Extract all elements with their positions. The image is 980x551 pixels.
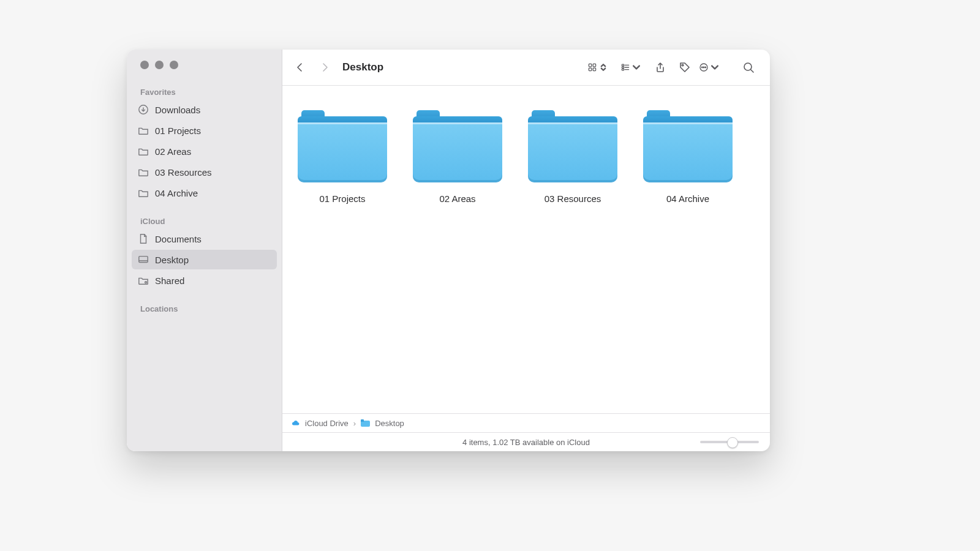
item-label: 02 Areas [439,193,475,204]
item-label: 04 Archive [666,193,709,204]
folder-item[interactable]: 04 Archive [641,110,734,204]
shared-folder-icon [138,275,149,286]
svg-point-2 [145,282,147,283]
path-separator: › [353,419,356,428]
svg-point-10 [682,64,684,66]
folder-icon [361,419,370,427]
status-bar: 4 items, 1.02 TB available on iCloud [282,432,770,451]
folder-item[interactable]: 01 Projects [296,110,389,204]
svg-point-14 [705,67,706,68]
icon-size-slider[interactable] [700,441,759,443]
sidebar-item-resources[interactable]: 03 Resources [132,162,277,182]
share-icon [654,61,666,73]
svg-point-12 [701,67,703,68]
status-text: 4 items, 1.02 TB available on iCloud [462,438,590,447]
sidebar-item-shared[interactable]: Shared [132,271,277,290]
sidebar-item-label: 04 Archive [155,188,198,198]
sidebar-item-label: 02 Areas [155,146,191,157]
location-title: Desktop [342,61,383,73]
sidebar-section-favorites: Favorites [127,83,282,99]
folder-icon [138,146,149,157]
folder-item[interactable]: 02 Areas [411,110,504,204]
zoom-window-button[interactable] [170,61,178,69]
sidebar-item-label: Shared [155,276,184,286]
view-mode-button[interactable] [587,57,608,78]
tags-button[interactable] [674,57,695,78]
folder-icon [138,167,149,178]
svg-rect-6 [593,68,595,70]
sidebar-item-label: 03 Resources [155,167,212,178]
chevron-down-icon [631,61,641,73]
svg-point-13 [703,67,704,68]
sidebar: Favorites Downloads 01 Projects 02 Areas… [127,50,282,451]
main-area: Desktop 01 Projects [282,50,770,451]
svg-rect-9 [622,69,624,70]
finder-window: Favorites Downloads 01 Projects 02 Areas… [127,50,770,451]
toolbar: Desktop [282,50,770,86]
folder-icon [643,110,733,182]
sidebar-item-documents[interactable]: Documents [132,229,277,249]
search-button[interactable] [738,57,759,78]
window-controls [127,61,282,83]
grid-icon [587,61,597,73]
item-label: 03 Resources [545,193,601,204]
search-icon [742,61,755,73]
folder-icon [138,125,149,136]
path-bar: iCloud Drive › Desktop [282,413,770,432]
svg-point-15 [744,63,752,70]
folder-icon [528,110,617,182]
sidebar-item-archive[interactable]: 04 Archive [132,183,277,203]
svg-rect-5 [589,68,591,70]
updown-icon [598,61,608,73]
path-segment[interactable]: iCloud Drive [305,419,349,428]
sidebar-item-label: Downloads [155,105,200,115]
minimize-window-button[interactable] [155,61,164,69]
icloud-icon [291,419,300,428]
slider-knob[interactable] [727,437,738,448]
sidebar-item-downloads[interactable]: Downloads [132,100,277,119]
more-actions-button[interactable] [699,57,720,78]
group-icon [620,61,630,73]
svg-rect-7 [622,64,624,66]
folder-item[interactable]: 03 Resources [526,110,619,204]
close-window-button[interactable] [140,61,149,69]
sidebar-item-label: Desktop [155,255,189,265]
sidebar-item-projects[interactable]: 01 Projects [132,121,277,140]
svg-rect-1 [139,257,148,263]
sidebar-item-areas[interactable]: 02 Areas [132,141,277,161]
path-segment[interactable]: Desktop [375,419,404,428]
more-icon [699,61,709,73]
document-icon [138,233,149,244]
folder-icon [138,187,149,198]
sidebar-item-desktop[interactable]: Desktop [132,250,277,269]
sidebar-section-locations: Locations [127,299,282,316]
sidebar-section-icloud: iCloud [127,212,282,228]
folder-icon [298,110,387,182]
folder-icon [413,110,502,182]
chevron-down-icon [710,61,720,73]
desktop-icon [138,254,149,265]
download-icon [138,104,149,115]
share-button[interactable] [650,57,671,78]
tag-icon [679,61,691,73]
item-label: 01 Projects [319,193,365,204]
svg-rect-3 [589,64,591,66]
nav-back-button[interactable] [290,57,311,78]
file-grid[interactable]: 01 Projects 02 Areas 03 Resources 04 Arc… [282,86,770,413]
group-by-button[interactable] [620,57,641,78]
sidebar-item-label: 01 Projects [155,126,201,136]
nav-forward-button[interactable] [314,57,335,78]
svg-rect-8 [622,67,624,68]
svg-rect-4 [593,64,595,66]
sidebar-item-label: Documents [155,234,202,244]
